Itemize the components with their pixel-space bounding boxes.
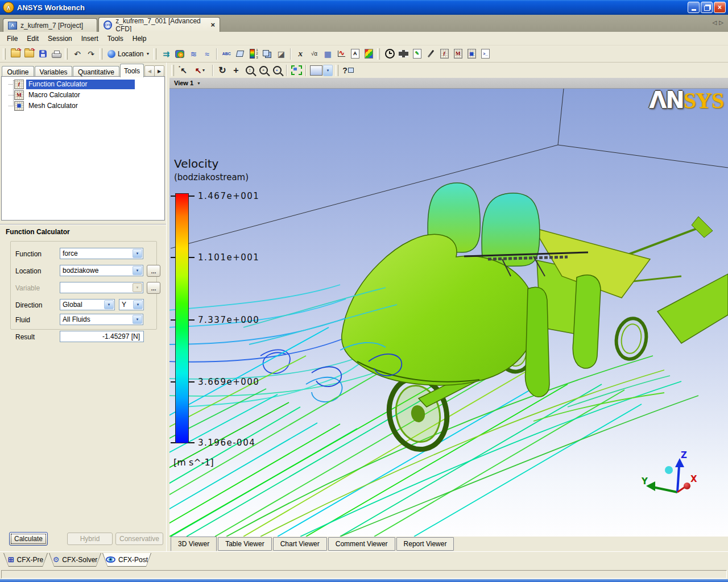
- chart-icon[interactable]: ∿: [334, 48, 348, 60]
- load-state-icon[interactable]: ↷: [22, 48, 36, 60]
- panel-tab-scroll-left[interactable]: ◀: [144, 65, 155, 77]
- axis-x-label: X: [690, 474, 697, 484]
- menu-tools[interactable]: Tools: [103, 33, 128, 44]
- expression-icon[interactable]: x: [293, 48, 307, 60]
- instancing-icon[interactable]: [260, 48, 274, 60]
- chevron-down-icon[interactable]: ▼: [133, 249, 142, 258]
- load-results-icon[interactable]: ↷: [9, 48, 22, 60]
- cfd-scene: Z Y X: [169, 89, 728, 537]
- location-select[interactable]: bodziakowe▼: [60, 265, 143, 276]
- animation-icon[interactable]: [396, 48, 410, 60]
- menu-file[interactable]: File: [2, 33, 22, 44]
- chevron-down-icon[interactable]: ▼: [133, 300, 143, 309]
- rotate-icon[interactable]: ↻: [216, 64, 229, 77]
- mesh-calculator-icon[interactable]: ▦: [465, 48, 478, 60]
- save-state-icon[interactable]: [36, 48, 49, 60]
- legend-icon[interactable]: 123: [247, 48, 260, 60]
- tree-item-mesh-calculator[interactable]: ▦ Mesh Calculator: [9, 101, 80, 111]
- particle-track-icon[interactable]: ≈: [200, 48, 214, 60]
- panel-tab-scroll-right[interactable]: ▶: [154, 65, 164, 77]
- legend-title: Velocity: [174, 157, 218, 171]
- zoom-box-icon[interactable]: +: [257, 64, 270, 77]
- probe-icon[interactable]: [424, 48, 437, 60]
- minimize-button[interactable]: [688, 2, 700, 13]
- toolbar-grip: [3, 48, 6, 60]
- tab-3d-viewer[interactable]: 3D Viewer: [171, 537, 217, 551]
- function-select[interactable]: force▼: [60, 248, 143, 259]
- command-editor-icon[interactable]: >_: [478, 48, 492, 60]
- undo-icon[interactable]: ↶: [71, 48, 84, 60]
- calculate-button[interactable]: Calculate: [9, 532, 48, 546]
- fluid-label: Fluid: [15, 316, 30, 324]
- variable-more-button[interactable]: ...: [147, 282, 160, 294]
- legend-tick: [171, 196, 175, 197]
- coord-frame-icon[interactable]: [233, 48, 247, 60]
- tab-chart-viewer[interactable]: Chart Viewer: [273, 537, 327, 551]
- chevron-down-icon[interactable]: ▼: [133, 315, 142, 324]
- redo-icon[interactable]: ↷: [84, 48, 98, 60]
- pick-mode-dropdown[interactable]: ↖▼: [191, 64, 210, 77]
- tab-cfx-pre[interactable]: ⊞CFX-Pre: [3, 553, 48, 567]
- main-toolbar: ↷ ↷ ↶ ↷ Location ▼ ⇉ ≋ ≈ ABC 123 ◪ x √α …: [0, 45, 728, 63]
- restore-button[interactable]: [701, 2, 713, 13]
- viewer-tab-row: 3D Viewer Table Viewer Chart Viewer Comm…: [169, 537, 728, 551]
- fit-view-icon[interactable]: ▪: [270, 64, 284, 77]
- menu-insert[interactable]: Insert: [77, 33, 103, 44]
- location-more-button[interactable]: ...: [147, 265, 160, 277]
- menu-help[interactable]: Help: [128, 33, 151, 44]
- direction-axis-select[interactable]: Y▼: [119, 299, 144, 310]
- macro-calculator-icon[interactable]: M: [451, 48, 465, 60]
- conservative-button: Conservative: [115, 533, 163, 545]
- fluid-select[interactable]: All Fluids▼: [60, 314, 143, 325]
- pan-icon[interactable]: +: [229, 64, 243, 77]
- tab-cfx-solver[interactable]: ⚙CFX-Solver: [49, 553, 101, 567]
- timestep-icon[interactable]: [383, 48, 396, 60]
- background-color-dropdown[interactable]: ▼: [309, 64, 334, 77]
- tab-tools[interactable]: Tools: [120, 64, 144, 77]
- result-label: Result: [15, 333, 35, 341]
- tab-variables[interactable]: Variables: [35, 66, 72, 77]
- streamline-icon[interactable]: ≋: [187, 48, 200, 60]
- tab-advanced-cfd[interactable]: CFD z_kufrem_7_001 [Advanced CFD] ×: [98, 17, 220, 32]
- viewer-help-icon[interactable]: ?: [341, 64, 355, 77]
- macro-calculator-icon: M: [14, 90, 24, 100]
- table-icon[interactable]: ▦: [321, 48, 334, 60]
- tab-report-viewer[interactable]: Report Viewer: [396, 537, 454, 551]
- report-icon[interactable]: ✎: [410, 48, 424, 60]
- chevron-down-icon[interactable]: ▼: [133, 266, 142, 275]
- clip-plane-icon[interactable]: ◪: [274, 48, 288, 60]
- menu-session[interactable]: Session: [43, 33, 77, 44]
- window-title: ANSYS Workbench: [17, 3, 85, 12]
- direction-frame-select[interactable]: Global▼: [60, 299, 115, 310]
- function-calculator-icon[interactable]: ƒ: [437, 48, 451, 60]
- print-icon[interactable]: [49, 48, 63, 60]
- tree-item-function-calculator[interactable]: ƒ Function Calculator: [9, 79, 135, 89]
- tree-item-macro-calculator[interactable]: M Macro Calculator: [9, 90, 82, 100]
- location-dropdown[interactable]: Location ▼: [105, 48, 152, 60]
- tab-cfx-post[interactable]: CFX-Post: [102, 553, 151, 567]
- menu-edit[interactable]: Edit: [22, 33, 43, 44]
- variable-icon[interactable]: √α: [307, 48, 321, 60]
- legend-tick-label: 3.669e+000: [198, 377, 259, 387]
- contour-icon[interactable]: [173, 48, 187, 60]
- tab-project[interactable]: Λ z_kufrem_7 [Project]: [3, 18, 97, 32]
- chevron-down-icon[interactable]: ▼: [104, 300, 114, 309]
- select-tool-icon[interactable]: ↖*: [177, 64, 191, 77]
- document-tab-strip: Λ z_kufrem_7 [Project] CFD z_kufrem_7_00…: [0, 15, 728, 32]
- view-selector[interactable]: View 1: [174, 80, 193, 86]
- vector-icon[interactable]: ⇉: [159, 48, 173, 60]
- viewport-layout-icon[interactable]: [289, 64, 303, 77]
- tab-scroll-arrows[interactable]: ◁▷: [713, 19, 726, 26]
- tab-table-viewer[interactable]: Table Viewer: [218, 537, 271, 551]
- 3d-viewport[interactable]: Z Y X ΛNSYS Velocity (bodziakostream) 1.…: [169, 89, 728, 537]
- zoom-icon[interactable]: ↕: [243, 64, 257, 77]
- figure-icon[interactable]: [362, 48, 375, 60]
- tab-quantitative[interactable]: Quantitative: [73, 66, 119, 77]
- tab-outline[interactable]: Outline: [2, 66, 34, 77]
- hybrid-button: Hybrid: [67, 533, 113, 545]
- tab-comment-viewer[interactable]: Comment Viewer: [328, 537, 395, 551]
- tab-close-icon[interactable]: ×: [210, 20, 215, 29]
- comment-icon[interactable]: A: [348, 48, 362, 60]
- text-icon[interactable]: ABC: [220, 48, 233, 60]
- close-button[interactable]: ×: [714, 2, 726, 13]
